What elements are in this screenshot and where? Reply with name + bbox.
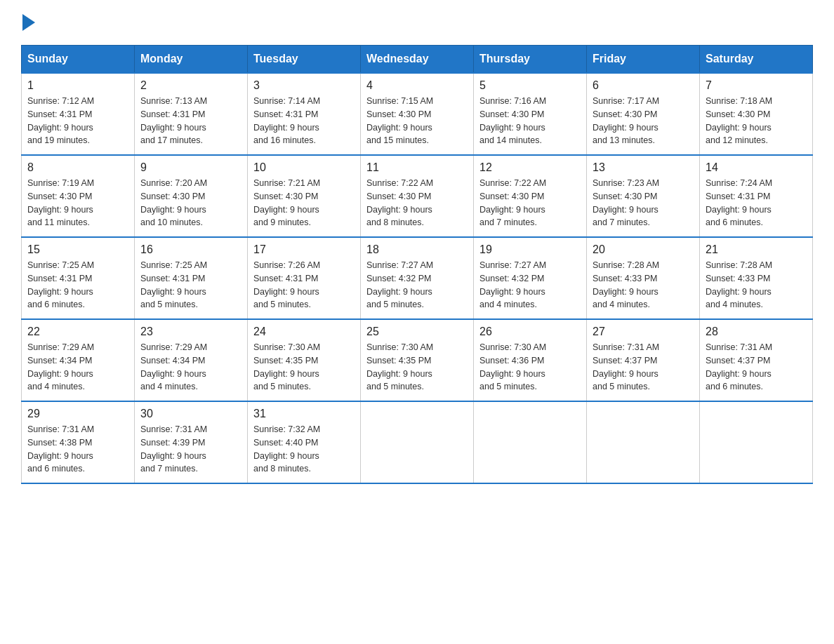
day-number: 3 [253, 79, 355, 92]
day-info: Sunrise: 7:30 AMSunset: 4:35 PMDaylight:… [253, 342, 320, 391]
day-info: Sunrise: 7:25 AMSunset: 4:31 PMDaylight:… [140, 260, 207, 309]
day-number: 21 [706, 243, 807, 256]
day-info: Sunrise: 7:22 AMSunset: 4:30 PMDaylight:… [479, 178, 546, 227]
day-number: 5 [479, 79, 581, 92]
day-info: Sunrise: 7:30 AMSunset: 4:36 PMDaylight:… [479, 342, 546, 391]
day-info: Sunrise: 7:26 AMSunset: 4:31 PMDaylight:… [253, 260, 320, 309]
day-info: Sunrise: 7:15 AMSunset: 4:30 PMDaylight:… [366, 96, 433, 145]
calendar-week-row: 1 Sunrise: 7:12 AMSunset: 4:31 PMDayligh… [22, 73, 813, 155]
day-number: 17 [253, 243, 355, 256]
day-info: Sunrise: 7:18 AMSunset: 4:30 PMDaylight:… [706, 96, 772, 145]
page-header [21, 14, 813, 31]
day-number: 13 [593, 161, 694, 174]
calendar-day-cell [361, 401, 474, 483]
day-info: Sunrise: 7:17 AMSunset: 4:30 PMDaylight:… [593, 96, 659, 145]
calendar-day-cell: 8 Sunrise: 7:19 AMSunset: 4:30 PMDayligh… [22, 155, 135, 237]
calendar-day-cell: 10 Sunrise: 7:21 AMSunset: 4:30 PMDaylig… [248, 155, 361, 237]
day-number: 9 [140, 161, 241, 174]
day-info: Sunrise: 7:12 AMSunset: 4:31 PMDaylight:… [27, 96, 94, 145]
calendar-day-cell: 31 Sunrise: 7:32 AMSunset: 4:40 PMDaylig… [248, 401, 361, 483]
day-number: 18 [366, 243, 468, 256]
calendar-day-cell: 7 Sunrise: 7:18 AMSunset: 4:30 PMDayligh… [700, 73, 813, 155]
calendar-week-row: 15 Sunrise: 7:25 AMSunset: 4:31 PMDaylig… [22, 237, 813, 319]
day-of-week-header: Monday [135, 46, 248, 74]
day-info: Sunrise: 7:28 AMSunset: 4:33 PMDaylight:… [593, 260, 659, 309]
day-info: Sunrise: 7:31 AMSunset: 4:38 PMDaylight:… [27, 424, 94, 474]
day-info: Sunrise: 7:20 AMSunset: 4:30 PMDaylight:… [140, 178, 207, 227]
day-number: 25 [366, 326, 468, 338]
calendar-day-cell: 26 Sunrise: 7:30 AMSunset: 4:36 PMDaylig… [474, 319, 587, 401]
day-of-week-header: Sunday [22, 46, 135, 74]
day-info: Sunrise: 7:28 AMSunset: 4:33 PMDaylight:… [706, 260, 772, 309]
day-number: 12 [479, 161, 581, 174]
calendar-day-cell: 3 Sunrise: 7:14 AMSunset: 4:31 PMDayligh… [248, 73, 361, 155]
calendar-day-cell: 28 Sunrise: 7:31 AMSunset: 4:37 PMDaylig… [700, 319, 813, 401]
day-number: 31 [253, 408, 355, 420]
day-number: 30 [140, 408, 241, 420]
calendar-day-cell: 19 Sunrise: 7:27 AMSunset: 4:32 PMDaylig… [474, 237, 587, 319]
calendar-day-cell: 14 Sunrise: 7:24 AMSunset: 4:31 PMDaylig… [700, 155, 813, 237]
day-number: 20 [593, 243, 694, 256]
day-info: Sunrise: 7:27 AMSunset: 4:32 PMDaylight:… [366, 260, 433, 309]
day-info: Sunrise: 7:19 AMSunset: 4:30 PMDaylight:… [27, 178, 94, 227]
day-number: 11 [366, 161, 468, 174]
day-info: Sunrise: 7:31 AMSunset: 4:39 PMDaylight:… [140, 424, 207, 474]
calendar-day-cell: 9 Sunrise: 7:20 AMSunset: 4:30 PMDayligh… [135, 155, 248, 237]
day-info: Sunrise: 7:14 AMSunset: 4:31 PMDaylight:… [253, 96, 320, 145]
calendar-day-cell: 30 Sunrise: 7:31 AMSunset: 4:39 PMDaylig… [135, 401, 248, 483]
day-info: Sunrise: 7:25 AMSunset: 4:31 PMDaylight:… [27, 260, 94, 309]
calendar-day-cell: 2 Sunrise: 7:13 AMSunset: 4:31 PMDayligh… [135, 73, 248, 155]
day-of-week-header: Tuesday [248, 46, 361, 74]
day-number: 27 [593, 326, 694, 338]
calendar-day-cell: 12 Sunrise: 7:22 AMSunset: 4:30 PMDaylig… [474, 155, 587, 237]
calendar-day-cell: 17 Sunrise: 7:26 AMSunset: 4:31 PMDaylig… [248, 237, 361, 319]
day-number: 29 [27, 408, 128, 420]
day-number: 15 [27, 243, 128, 256]
day-info: Sunrise: 7:29 AMSunset: 4:34 PMDaylight:… [27, 342, 94, 391]
day-info: Sunrise: 7:29 AMSunset: 4:34 PMDaylight:… [140, 342, 207, 391]
day-number: 8 [27, 161, 128, 174]
day-number: 23 [140, 326, 241, 338]
logo [21, 14, 35, 31]
day-number: 1 [27, 79, 128, 92]
day-number: 6 [593, 79, 694, 92]
logo-triangle-icon [22, 14, 35, 31]
calendar-day-cell: 20 Sunrise: 7:28 AMSunset: 4:33 PMDaylig… [587, 237, 700, 319]
calendar-day-cell: 11 Sunrise: 7:22 AMSunset: 4:30 PMDaylig… [361, 155, 474, 237]
calendar-day-cell: 6 Sunrise: 7:17 AMSunset: 4:30 PMDayligh… [587, 73, 700, 155]
day-number: 28 [706, 326, 807, 338]
calendar-day-cell: 23 Sunrise: 7:29 AMSunset: 4:34 PMDaylig… [135, 319, 248, 401]
day-info: Sunrise: 7:24 AMSunset: 4:31 PMDaylight:… [706, 178, 772, 227]
day-number: 14 [706, 161, 807, 174]
calendar-day-cell: 25 Sunrise: 7:30 AMSunset: 4:35 PMDaylig… [361, 319, 474, 401]
calendar-day-cell: 27 Sunrise: 7:31 AMSunset: 4:37 PMDaylig… [587, 319, 700, 401]
day-number: 26 [479, 326, 581, 338]
calendar-header-row: SundayMondayTuesdayWednesdayThursdayFrid… [22, 46, 813, 74]
day-info: Sunrise: 7:21 AMSunset: 4:30 PMDaylight:… [253, 178, 320, 227]
day-of-week-header: Friday [587, 46, 700, 74]
calendar-week-row: 22 Sunrise: 7:29 AMSunset: 4:34 PMDaylig… [22, 319, 813, 401]
day-of-week-header: Thursday [474, 46, 587, 74]
day-info: Sunrise: 7:16 AMSunset: 4:30 PMDaylight:… [479, 96, 546, 145]
day-info: Sunrise: 7:27 AMSunset: 4:32 PMDaylight:… [479, 260, 546, 309]
calendar-day-cell: 5 Sunrise: 7:16 AMSunset: 4:30 PMDayligh… [474, 73, 587, 155]
calendar-day-cell: 21 Sunrise: 7:28 AMSunset: 4:33 PMDaylig… [700, 237, 813, 319]
day-of-week-header: Saturday [700, 46, 813, 74]
calendar-table: SundayMondayTuesdayWednesdayThursdayFrid… [21, 45, 813, 484]
calendar-week-row: 29 Sunrise: 7:31 AMSunset: 4:38 PMDaylig… [22, 401, 813, 483]
day-info: Sunrise: 7:32 AMSunset: 4:40 PMDaylight:… [253, 424, 320, 474]
calendar-week-row: 8 Sunrise: 7:19 AMSunset: 4:30 PMDayligh… [22, 155, 813, 237]
day-info: Sunrise: 7:31 AMSunset: 4:37 PMDaylight:… [706, 342, 772, 391]
day-of-week-header: Wednesday [361, 46, 474, 74]
day-info: Sunrise: 7:22 AMSunset: 4:30 PMDaylight:… [366, 178, 433, 227]
day-info: Sunrise: 7:13 AMSunset: 4:31 PMDaylight:… [140, 96, 207, 145]
calendar-day-cell: 1 Sunrise: 7:12 AMSunset: 4:31 PMDayligh… [22, 73, 135, 155]
calendar-day-cell: 13 Sunrise: 7:23 AMSunset: 4:30 PMDaylig… [587, 155, 700, 237]
day-number: 7 [706, 79, 807, 92]
day-number: 22 [27, 326, 128, 338]
day-info: Sunrise: 7:30 AMSunset: 4:35 PMDaylight:… [366, 342, 433, 391]
day-info: Sunrise: 7:31 AMSunset: 4:37 PMDaylight:… [593, 342, 659, 391]
calendar-day-cell: 18 Sunrise: 7:27 AMSunset: 4:32 PMDaylig… [361, 237, 474, 319]
day-number: 16 [140, 243, 241, 256]
day-number: 2 [140, 79, 241, 92]
